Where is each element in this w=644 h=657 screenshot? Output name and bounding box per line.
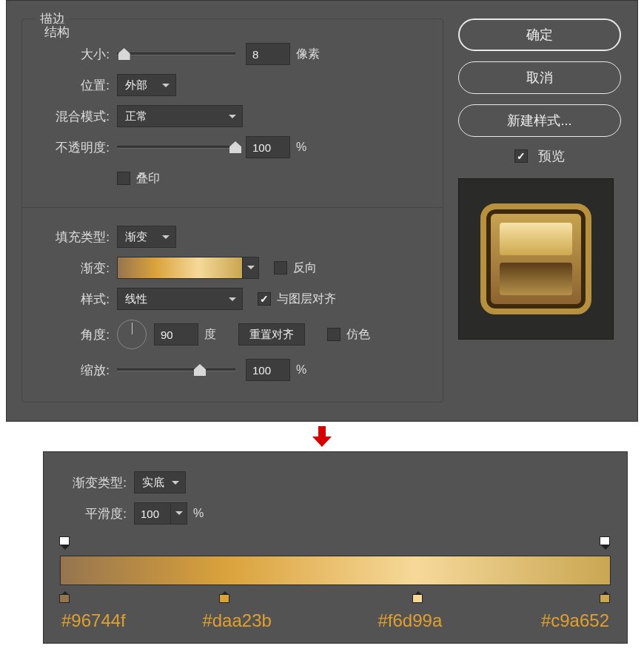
align-label: 与图层对齐 [277,292,336,307]
color-stop-4[interactable] [600,587,611,602]
gradient-editor-panel: 渐变类型: 实底 平滑度: 100 % #96744f #daa23b #f6d… [43,451,628,644]
angle-input[interactable]: 90 [154,323,198,346]
preview-checkbox[interactable] [514,149,528,163]
hex-4: #c9a652 [541,610,609,631]
size-label: 大小: [36,46,110,63]
gradient-bar[interactable] [60,556,611,585]
position-select[interactable]: 外部 [117,74,176,96]
angle-unit: 度 [204,327,216,343]
reset-align-button[interactable]: 重置对齐 [238,323,305,346]
reverse-checkbox[interactable] [274,261,287,274]
preview-thumbnail [458,178,614,340]
scale-input[interactable]: 100 [246,359,290,381]
gradtype-label: 渐变类型: [60,474,127,491]
cancel-button[interactable]: 取消 [458,61,621,94]
overprint-checkbox[interactable] [117,172,130,185]
reverse-label: 反向 [293,260,317,276]
smooth-input[interactable]: 100 [134,502,171,525]
stroke-fieldset: 描边 结构 大小: 8 像素 位置: 外部 混合模式: 正常 [21,18,443,402]
hex-2: #daa23b [202,610,271,631]
opacity-label: 不透明度: [36,139,110,156]
dither-label: 仿色 [346,327,370,343]
gradient-ramp[interactable]: #96744f #daa23b #f6d99a #c9a652 [60,536,611,618]
gradtype-select[interactable]: 实底 [134,471,186,493]
preview-label: 预览 [538,147,565,165]
scale-unit: % [296,363,306,377]
hex-labels: #96744f #daa23b #f6d99a #c9a652 [60,610,611,631]
structure-fieldset: 结构 大小: 8 像素 位置: 外部 混合模式: 正常 [36,33,429,203]
style-label: 样式: [36,291,110,308]
gradient-swatch[interactable] [117,257,243,279]
svg-rect-0 [318,426,326,437]
size-unit: 像素 [296,47,320,62]
smooth-label: 平滑度: [60,505,127,522]
angle-dial[interactable] [117,320,147,349]
angle-label: 角度: [36,326,110,343]
layer-style-panel: 描边 结构 大小: 8 像素 位置: 外部 混合模式: 正常 [6,0,638,422]
scale-slider[interactable] [117,368,235,371]
scale-label: 缩放: [36,362,110,379]
gradient-dropdown[interactable] [243,257,259,279]
opacity-stop-right[interactable] [600,539,611,553]
align-checkbox[interactable] [258,292,271,306]
opacity-slider[interactable] [117,146,235,149]
opacity-stop-left[interactable] [59,539,71,553]
size-slider[interactable] [117,53,235,55]
hex-3: #f6d99a [378,610,442,631]
blend-select[interactable]: 正常 [117,105,243,127]
blend-label: 混合模式: [36,108,110,125]
position-label: 位置: [36,77,110,94]
color-stop-3[interactable] [412,587,424,602]
structure-title: 结构 [40,24,74,41]
dither-checkbox[interactable] [327,328,341,341]
filltype-select[interactable]: 渐变 [117,226,176,248]
smooth-dropdown[interactable] [171,502,187,525]
gradient-label: 渐变: [36,260,110,277]
down-arrow-icon [312,426,332,447]
size-input[interactable]: 8 [246,43,290,65]
gold-icon [480,203,591,314]
hex-1: #96744f [61,610,126,631]
style-select[interactable]: 线性 [117,288,243,310]
opacity-unit: % [296,141,306,154]
opacity-input[interactable]: 100 [246,136,290,158]
filltype-label: 填充类型: [36,229,110,246]
svg-marker-1 [312,437,332,447]
smooth-unit: % [193,507,204,520]
ok-button[interactable]: 确定 [458,18,621,51]
color-stop-1[interactable] [59,587,71,602]
color-stop-2[interactable] [219,587,231,602]
overprint-label: 叠印 [136,171,160,186]
new-style-button[interactable]: 新建样式... [458,104,621,137]
